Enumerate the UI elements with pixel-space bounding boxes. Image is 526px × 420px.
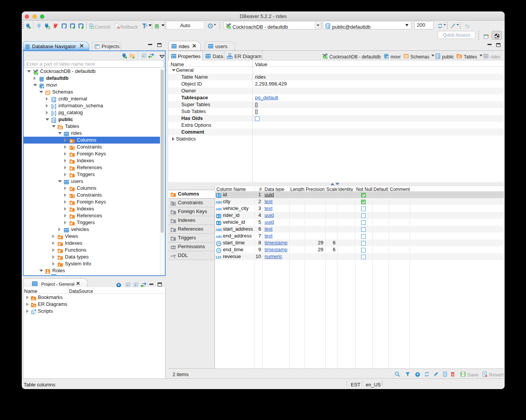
svg-text:ABC: ABC xyxy=(216,235,222,239)
svg-text:ABC: ABC xyxy=(216,200,222,204)
svg-text:123: 123 xyxy=(216,255,221,259)
svg-text:ABC: ABC xyxy=(216,228,222,232)
svg-text:ABC: ABC xyxy=(216,207,222,211)
